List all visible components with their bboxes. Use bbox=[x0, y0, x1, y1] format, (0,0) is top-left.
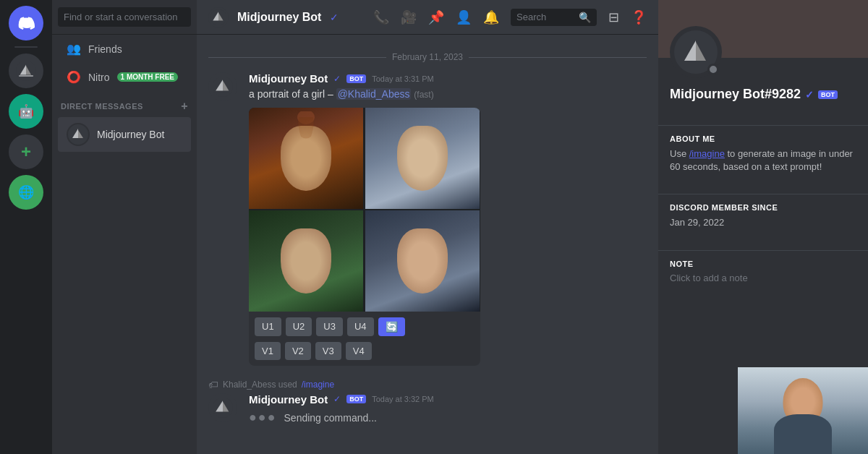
friends-label: Friends bbox=[88, 43, 122, 55]
action-buttons-row-1: U1 U2 U3 U4 🔄 bbox=[249, 312, 480, 342]
header-search-box: 🔍 bbox=[511, 9, 597, 26]
member-since-date: Jan 29, 2022 bbox=[670, 216, 856, 229]
nitro-label: Nitro bbox=[88, 72, 110, 83]
grid-cell-4 bbox=[365, 210, 480, 312]
search-icon: 🔍 bbox=[579, 12, 591, 23]
grid-cell-2 bbox=[365, 108, 480, 209]
chat-messages: February 11, 2023 Midjourney Bot ✓ BOT T… bbox=[197, 35, 658, 454]
chat-header-title: Midjourney Bot bbox=[237, 11, 321, 24]
ai-image-grid: U1 U2 U3 U4 🔄 V1 V2 V3 V4 bbox=[249, 108, 480, 366]
server-icon-gpt[interactable]: 🤖 bbox=[9, 94, 43, 129]
v2-button[interactable]: V2 bbox=[285, 342, 311, 360]
u1-button[interactable]: U1 bbox=[255, 317, 281, 336]
user-command-section: 🏷 Khalid_Abess used /imagine Midjourney … bbox=[208, 379, 647, 428]
dm-user-name: Midjourney Bot bbox=[97, 129, 164, 140]
msg-timestamp-2: Today at 3:32 PM bbox=[372, 395, 434, 403]
nitro-icon: ⭕ bbox=[67, 70, 81, 84]
user-command-text: Khalid_Abess used bbox=[223, 380, 297, 390]
msg-sending: ●●● Sending command... bbox=[249, 408, 647, 427]
sending-text: Sending command... bbox=[284, 412, 377, 424]
profile-avatar-container bbox=[670, 26, 722, 78]
right-panel: Midjourney Bot#9282 ✓ BOT ABOUT ME Use /… bbox=[658, 0, 868, 454]
video-thumbnail bbox=[738, 367, 868, 454]
member-since-section: DISCORD MEMBER SINCE Jan 29, 2022 bbox=[658, 194, 868, 238]
image-grid-cells bbox=[249, 108, 480, 312]
date-divider: February 11, 2023 bbox=[208, 52, 647, 62]
discord-home-button[interactable] bbox=[9, 6, 43, 40]
date-divider-text: February 11, 2023 bbox=[392, 52, 463, 62]
msg-mention: @Khalid_Abess bbox=[336, 88, 412, 100]
help-icon[interactable]: ❓ bbox=[631, 9, 647, 25]
pin-icon[interactable]: 📌 bbox=[428, 9, 444, 25]
member-since-label: DISCORD MEMBER SINCE bbox=[670, 203, 856, 212]
v4-button[interactable]: V4 bbox=[346, 342, 372, 360]
dm-user-midjourney[interactable]: Midjourney Bot bbox=[58, 117, 191, 152]
server-icon-sailboat[interactable] bbox=[9, 53, 43, 88]
video-person bbox=[738, 367, 868, 454]
add-member-icon[interactable]: 👤 bbox=[456, 9, 472, 25]
msg-author-1: Midjourney Bot bbox=[249, 72, 328, 85]
chat-header-bot-icon bbox=[208, 7, 229, 27]
about-me-label: ABOUT ME bbox=[670, 134, 856, 143]
message-row-2: Midjourney Bot ✓ BOT Today at 3:32 PM ●●… bbox=[208, 392, 647, 428]
imagine-command-link[interactable]: /imagine bbox=[689, 148, 725, 159]
message-row-1: Midjourney Bot ✓ BOT Today at 3:31 PM a … bbox=[208, 71, 647, 367]
u2-button[interactable]: U2 bbox=[286, 317, 312, 336]
note-input[interactable]: Click to add a note bbox=[670, 273, 856, 283]
video-person-body bbox=[774, 414, 832, 454]
midjourney-avatar bbox=[67, 123, 90, 146]
nitro-nav-item[interactable]: ⭕ Nitro 1 MONTH FREE bbox=[58, 64, 191, 90]
u3-button[interactable]: U3 bbox=[316, 317, 343, 336]
face-2 bbox=[397, 126, 448, 191]
dm-panel: 👥 Friends ⭕ Nitro 1 MONTH FREE DIRECT ME… bbox=[52, 0, 197, 454]
user-command-row: 🏷 Khalid_Abess used /imagine bbox=[208, 379, 647, 390]
add-server-button[interactable]: + bbox=[9, 134, 43, 169]
msg-timestamp-1: Today at 3:31 PM bbox=[372, 74, 434, 83]
dm-search-input[interactable] bbox=[58, 7, 191, 27]
v1-button[interactable]: V1 bbox=[255, 342, 281, 360]
profile-name-text: Midjourney Bot#9282 bbox=[670, 87, 801, 102]
profile-bot-badge: BOT bbox=[818, 90, 838, 99]
chat-header-verified-icon: ✓ bbox=[330, 12, 339, 23]
message-header-2: Midjourney Bot ✓ BOT Today at 3:32 PM bbox=[249, 393, 647, 406]
action-buttons-row-2: V1 V2 V3 V4 bbox=[249, 342, 480, 366]
midjourney-msg-avatar-2 bbox=[208, 393, 237, 422]
v3-button[interactable]: V3 bbox=[315, 342, 341, 360]
message-content-2: Midjourney Bot ✓ BOT Today at 3:32 PM ●●… bbox=[249, 393, 647, 427]
profile-header-banner bbox=[658, 0, 868, 58]
layout-icon[interactable]: ⊟ bbox=[608, 9, 619, 25]
note-label: NOTE bbox=[670, 260, 856, 268]
profile-status-indicator bbox=[707, 64, 719, 75]
bot-badge-2: BOT bbox=[346, 395, 366, 403]
grid-cell-1 bbox=[249, 108, 363, 209]
sending-dots: ●●● bbox=[249, 410, 277, 424]
add-dm-button[interactable]: + bbox=[181, 100, 188, 113]
grid-cell-3 bbox=[249, 210, 363, 312]
header-search-input[interactable] bbox=[516, 12, 574, 22]
msg-tag: (fast) bbox=[414, 90, 433, 100]
about-me-section: ABOUT ME Use /imagine to generate an ima… bbox=[658, 125, 868, 182]
nitro-badge: 1 MONTH FREE bbox=[117, 72, 178, 82]
chat-header-actions: 📞 🎥 📌 👤 🔔 🔍 ⊟ ❓ bbox=[373, 9, 647, 26]
friends-nav-item[interactable]: 👥 Friends bbox=[58, 36, 191, 61]
face-4 bbox=[397, 228, 448, 294]
servers-sidebar: 🤖 + 🌐 bbox=[0, 0, 52, 454]
u4-button[interactable]: U4 bbox=[347, 317, 374, 336]
profile-verified-icon: ✓ bbox=[805, 89, 814, 100]
server-icon-active[interactable]: 🌐 bbox=[9, 175, 43, 210]
msg-author-2: Midjourney Bot bbox=[249, 393, 328, 406]
user-command-icon: 🏷 bbox=[208, 379, 218, 390]
inbox-icon[interactable]: 🔔 bbox=[483, 9, 499, 25]
dm-section-header: DIRECT MESSAGES + bbox=[52, 91, 197, 116]
message-content-1: Midjourney Bot ✓ BOT Today at 3:31 PM a … bbox=[249, 72, 647, 366]
dm-search-bar bbox=[52, 0, 197, 35]
profile-username: Midjourney Bot#9282 ✓ BOT bbox=[670, 87, 856, 102]
midjourney-msg-avatar bbox=[208, 72, 237, 101]
bot-badge-1: BOT bbox=[346, 74, 366, 83]
msg-verified-icon: ✓ bbox=[333, 74, 341, 84]
phone-icon[interactable]: 📞 bbox=[373, 9, 389, 25]
refresh-button[interactable]: 🔄 bbox=[378, 317, 405, 336]
about-me-text: Use /imagine to generate an image in und… bbox=[670, 147, 856, 174]
video-icon[interactable]: 🎥 bbox=[401, 9, 417, 25]
msg-verified-icon-2: ✓ bbox=[333, 394, 341, 404]
